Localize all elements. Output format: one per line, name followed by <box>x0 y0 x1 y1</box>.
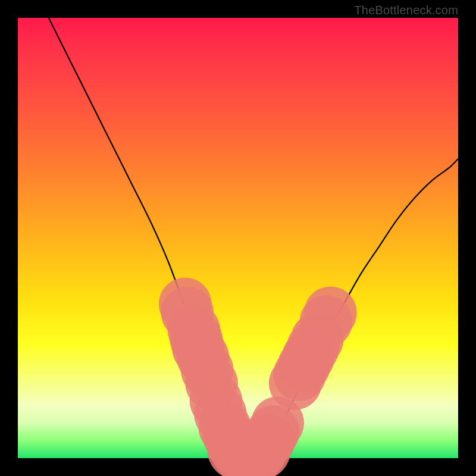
curve-layer <box>49 18 458 454</box>
curve-marker <box>304 286 357 339</box>
chart-svg <box>18 18 458 458</box>
marker-layer <box>159 278 357 476</box>
watermark-text: TheBottleneck.com <box>354 4 458 17</box>
bottleneck-curve <box>49 18 458 454</box>
chart-frame: TheBottleneck.com <box>0 0 476 476</box>
